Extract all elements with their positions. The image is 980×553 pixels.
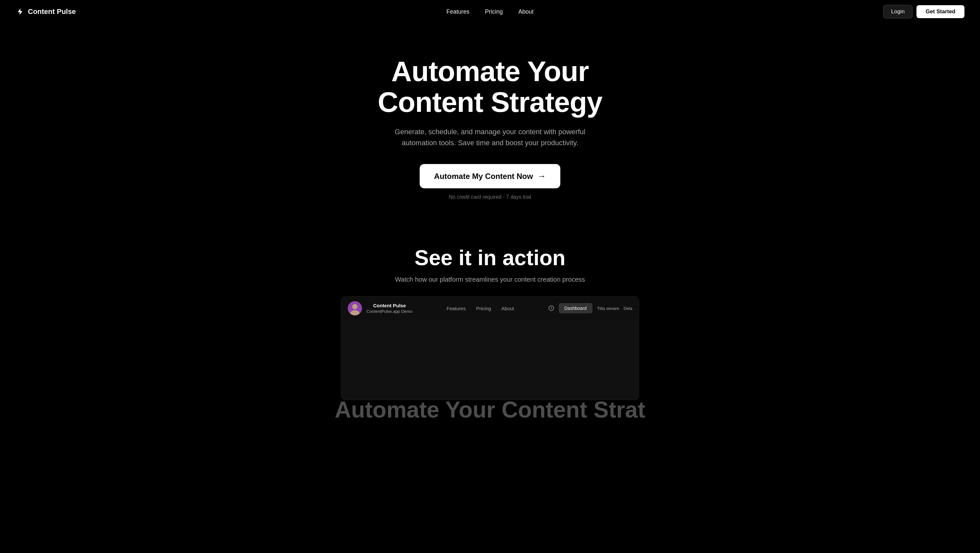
get-started-button[interactable]: Get Started [916,5,964,18]
video-bar: Content Pulse ContentPulse.app Demo Feat… [341,296,639,320]
video-bar-center: Features Pricing About [447,306,514,311]
video-preview-wrapper: Content Pulse ContentPulse.app Demo Feat… [341,296,639,400]
arrow-icon: → [538,171,546,181]
video-nav-features[interactable]: Features [447,306,466,311]
video-nav-pricing[interactable]: Pricing [476,306,491,311]
brand-name: Content Pulse [28,8,76,16]
video-channel-info: Content Pulse ContentPulse.app Demo [366,303,412,314]
video-nav-about[interactable]: About [501,306,514,311]
video-channel-name: Content Pulse [366,303,412,308]
nav-link-pricing[interactable]: Pricing [485,8,503,15]
video-bar-right: Dashboard Titta senare Dela [548,303,632,314]
hero-subtitle: Generate, schedule, and manage your cont… [386,126,594,148]
bottom-hero-text: Automate Your Content Strat [335,397,645,423]
hero-title: Automate Your Content Strategy [344,56,636,117]
cta-label: Automate My Content Now [434,172,533,181]
video-preview[interactable]: Content Pulse ContentPulse.app Demo Feat… [341,296,639,400]
watch-later-label[interactable]: Titta senare [597,306,619,311]
hero-section: Automate Your Content Strategy Generate,… [0,23,980,226]
svg-point-1 [352,304,358,309]
nav-link-about[interactable]: About [519,8,534,15]
share-label[interactable]: Dela [624,306,632,311]
nav-link-features[interactable]: Features [446,8,469,15]
logo-icon [16,7,25,16]
dashboard-button[interactable]: Dashboard [559,303,593,314]
video-clock [548,305,554,311]
bottom-section: Automate Your Content Strat [0,397,980,442]
login-button[interactable]: Login [883,5,913,19]
main-nav: Content Pulse Features Pricing About Log… [0,0,980,23]
cta-button[interactable]: Automate My Content Now → [420,164,560,188]
cta-note: No credit card required - 7 days trial [449,194,531,200]
logo[interactable]: Content Pulse [16,7,76,16]
video-avatar [348,301,362,316]
section-action-subtitle: Watch how our platform streamlines your … [395,276,585,283]
video-bar-left: Content Pulse ContentPulse.app Demo [348,301,412,316]
nav-actions: Login Get Started [883,5,964,19]
nav-links: Features Pricing About [446,8,533,15]
see-in-action-section: See it in action Watch how our platform … [0,226,980,400]
section-action-title: See it in action [415,245,565,270]
video-channel-note: ContentPulse.app Demo [366,309,412,314]
